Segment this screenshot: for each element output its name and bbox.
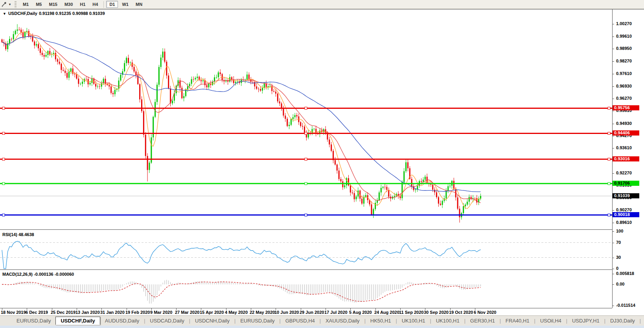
chart-tab-usoil-h4[interactable]: USOil,H4 <box>535 317 566 324</box>
line-anchor-marker[interactable] <box>2 132 5 134</box>
collapse-icon[interactable]: ▼ <box>3 12 6 16</box>
chart-tab-eurusd-daily[interactable]: EURUSD,Daily <box>236 317 279 324</box>
candle-body <box>294 115 296 117</box>
level-price-tag: 0.90018 <box>613 212 639 217</box>
rsi-panel-svg[interactable] <box>0 230 612 269</box>
line-anchor-marker[interactable] <box>2 158 5 160</box>
timeframe-button-mn[interactable]: MN <box>132 1 145 8</box>
line-anchor-marker[interactable] <box>305 182 307 185</box>
candle-body <box>114 90 116 94</box>
candle-body <box>130 62 131 63</box>
candle-body <box>202 80 204 81</box>
candle-body <box>381 188 382 192</box>
chart-tab-usdcad-daily[interactable]: USDCAD,Daily <box>145 317 189 324</box>
timeframe-button-m30[interactable]: M30 <box>61 1 76 8</box>
toolbar-grip[interactable] <box>15 1 17 8</box>
candle-body <box>214 77 215 82</box>
candle-body <box>350 185 351 192</box>
candle-body <box>195 78 196 79</box>
candle-body <box>18 29 20 30</box>
candle-body <box>467 202 468 204</box>
chart-tab-china300-h1[interactable]: CHINA300,H1 <box>641 317 644 324</box>
line-anchor-marker[interactable] <box>305 107 307 109</box>
candle-body <box>63 70 64 71</box>
candle-body <box>480 196 481 199</box>
chart-tab-fra40-h1[interactable]: FRA40,H1 <box>501 317 534 324</box>
candle-body <box>59 62 60 64</box>
candle-body <box>300 122 301 126</box>
candle-body <box>267 86 269 87</box>
date-axis: 18 Nov 20196 Dec 201925 Dec 201913 Jan 2… <box>0 308 612 316</box>
chart-tab-audusd-daily[interactable]: AUDUSD,Daily <box>100 317 144 324</box>
candle-body <box>403 171 405 182</box>
candle-body <box>457 198 458 209</box>
chart-tab-usdchf-daily[interactable]: USDCHF,Daily <box>55 317 100 325</box>
line-anchor-marker[interactable] <box>305 214 307 216</box>
chart-tab-usdcnh-daily[interactable]: USDCNH,Daily <box>190 317 234 324</box>
price-tick-mark <box>613 210 614 211</box>
line-anchor-marker[interactable] <box>608 158 610 160</box>
line-anchor-marker[interactable] <box>305 132 307 134</box>
chart-tab-gbpusd-h4[interactable]: GBPUSD,H4 <box>281 317 320 324</box>
candle-body <box>135 71 136 75</box>
price-tick-mark <box>613 148 614 148</box>
line-anchor-marker[interactable] <box>608 214 610 216</box>
toolbar-separator <box>103 1 104 8</box>
status-strip <box>0 326 644 328</box>
line-anchor-marker[interactable] <box>2 182 5 185</box>
candle-body <box>70 68 72 71</box>
timeframe-button-h4[interactable]: H4 <box>89 1 101 8</box>
date-tick-label: 22 May 2020 <box>250 310 275 315</box>
chart-ohlc: 0.91198 0.91235 0.90988 0.91039 <box>39 11 105 16</box>
candle-body <box>474 198 475 198</box>
candle-body <box>405 162 407 171</box>
cursor-tool-icon[interactable] <box>1 1 8 7</box>
candle-body <box>313 129 315 129</box>
timeframe-button-m15[interactable]: M15 <box>46 1 60 8</box>
chart-tab-hk50-h1[interactable]: HK50,H1 <box>366 317 396 324</box>
tool-dropdown-caret[interactable]: ▼ <box>8 3 11 6</box>
chart-tab-uk100-h1[interactable]: UK100,H1 <box>431 317 464 324</box>
panel-separator[interactable] <box>0 269 612 270</box>
candle-body <box>24 32 26 37</box>
line-anchor-marker[interactable] <box>305 158 307 160</box>
candle-body <box>283 108 284 115</box>
chart-window[interactable]: ▼USDCHF,Daily0.91198 0.91235 0.90988 0.9… <box>0 9 644 315</box>
chart-tab-uk100-h1[interactable]: UK100,H1 <box>397 317 430 324</box>
chart-tab-usdjpy-h1[interactable]: USDJPY,H1 <box>567 317 604 324</box>
macd-tick-label: 0.005818 <box>616 271 634 276</box>
candle-body <box>220 72 221 74</box>
candle-body <box>17 29 18 31</box>
candle-body <box>193 79 194 79</box>
chart-tab-dj30-daily[interactable]: DJ30,Daily <box>605 317 640 324</box>
line-anchor-marker[interactable] <box>608 182 610 185</box>
timeframe-button-d1[interactable]: D1 <box>106 1 118 8</box>
candle-body <box>172 101 173 103</box>
date-tick-label: 6 Nov 2020 <box>474 310 496 315</box>
macd-panel-svg[interactable] <box>0 270 612 308</box>
timeframe-button-w1[interactable]: W1 <box>119 1 132 8</box>
candle-body <box>134 67 135 71</box>
timeframe-button-m5[interactable]: M5 <box>33 1 45 8</box>
candle-body <box>373 209 374 215</box>
candle-body <box>66 73 68 78</box>
chart-tab-xauusd-daily[interactable]: XAUUSD,Daily <box>321 317 364 324</box>
candle-body <box>206 85 208 87</box>
chart-tab-ger30-h1[interactable]: GER30,H1 <box>466 317 500 324</box>
candle-body <box>68 71 70 78</box>
chart-tab-eurusd-daily[interactable]: EURUSD,Daily <box>12 317 55 324</box>
candle-body <box>423 180 424 181</box>
candle-body <box>386 187 387 190</box>
line-anchor-marker[interactable] <box>608 132 610 134</box>
timeframe-button-h1[interactable]: H1 <box>77 1 88 8</box>
line-anchor-marker[interactable] <box>608 107 610 109</box>
candle-body <box>101 83 102 86</box>
candle-body <box>99 86 100 87</box>
line-anchor-marker[interactable] <box>2 107 5 109</box>
line-anchor-marker[interactable] <box>2 214 5 216</box>
timeframe-button-m1[interactable]: M1 <box>20 1 32 8</box>
candle-body <box>132 62 133 67</box>
panel-separator[interactable] <box>0 229 612 230</box>
candle-body <box>262 88 263 91</box>
main-chart-svg[interactable] <box>0 10 612 229</box>
